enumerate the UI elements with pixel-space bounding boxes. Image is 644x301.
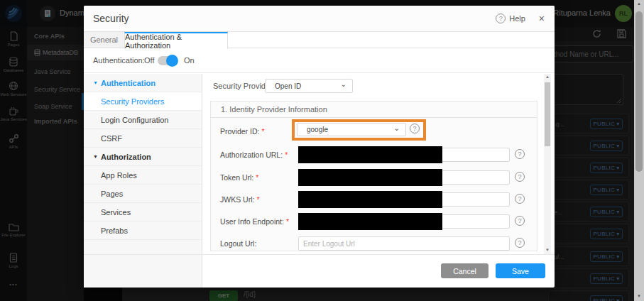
help-icon[interactable]: ?: [515, 216, 525, 226]
provider-id-select[interactable]: google ⌄: [297, 123, 406, 136]
nav-item-prefabs[interactable]: Prefabs: [84, 221, 202, 240]
nav-header-authorization[interactable]: ▼ Authorization: [84, 148, 202, 166]
tab-authentication-authorization[interactable]: Authentication & Authorization: [124, 32, 228, 49]
redacted-value: [298, 213, 442, 230]
security-nav: ▼ Authentication Security Providers Logi…: [84, 74, 202, 288]
authentication-toggle[interactable]: [158, 56, 177, 65]
toggle-on-label: On: [184, 56, 195, 65]
section-title: 1. Identity Provider Information: [211, 102, 537, 118]
nav-item-app-roles[interactable]: App Roles: [84, 166, 202, 185]
dialog-scrollbar-thumb[interactable]: [545, 82, 550, 146]
scroll-up-icon[interactable]: ▲: [634, 1, 644, 6]
toggle-off-label: Off: [144, 56, 154, 65]
help-icon[interactable]: ?: [410, 124, 420, 133]
logout-url-input[interactable]: [298, 236, 510, 251]
help-link[interactable]: Help: [509, 14, 525, 23]
provider-id-label: Provider ID:*: [220, 127, 265, 136]
help-icon[interactable]: ?: [515, 194, 525, 204]
triangle-down-icon: ▼: [93, 154, 98, 159]
nav-item-pages[interactable]: Pages: [84, 185, 202, 203]
nav-item-services[interactable]: Services: [84, 203, 202, 221]
redacted-value: [298, 169, 442, 186]
footer-divider: [84, 254, 555, 255]
dialog-title: Security: [93, 13, 129, 24]
authorization-url-label: Authorization URL:*: [220, 150, 288, 159]
nav-item-security-providers[interactable]: Security Providers: [84, 92, 202, 111]
required-asterisk: *: [261, 127, 264, 136]
cancel-button[interactable]: Cancel: [441, 263, 489, 278]
window-scrollbar[interactable]: ▲ ▼: [634, 0, 644, 301]
tab-general[interactable]: General: [84, 32, 124, 48]
dialog-scrollbar[interactable]: ▲ ▼: [544, 74, 551, 254]
chevron-down-icon: ⌄: [394, 124, 400, 132]
help-icon[interactable]: ?: [496, 13, 506, 23]
scroll-up-icon[interactable]: ▲: [544, 75, 551, 79]
help-icon[interactable]: ?: [515, 149, 525, 159]
nav-header-authentication[interactable]: ▼ Authentication: [84, 74, 202, 92]
help-icon[interactable]: ?: [515, 238, 525, 248]
window-scrollbar-thumb[interactable]: [635, 11, 643, 172]
authentication-toggle-row: Authentication: Off On: [84, 48, 555, 73]
nav-item-csrf[interactable]: CSRF: [84, 129, 202, 148]
redacted-value: [298, 191, 442, 208]
nav-item-login-configuration[interactable]: Login Configuration: [84, 111, 202, 129]
triangle-down-icon: ▼: [93, 80, 98, 85]
dialog-header: Security ? Help ×: [84, 6, 555, 32]
security-provider-select[interactable]: Open ID ⌄: [265, 79, 353, 93]
security-dialog: Security ? Help × General Authentication…: [84, 6, 555, 288]
authentication-label: Authentication:: [93, 56, 145, 65]
chevron-down-icon: ⌄: [341, 80, 346, 88]
help-icon[interactable]: ?: [515, 172, 525, 182]
dialog-tabs: General Authentication & Authorization: [84, 32, 555, 48]
redacted-value: [298, 146, 442, 163]
logout-url-label: Logout Url:: [220, 239, 256, 248]
close-icon[interactable]: ×: [539, 13, 545, 24]
save-button[interactable]: Save: [496, 263, 545, 278]
token-url-label: Token Url:*: [220, 173, 258, 182]
jwks-url-label: JWKS Url:*: [220, 195, 260, 204]
scroll-down-icon[interactable]: ▼: [634, 294, 644, 298]
user-info-endpoint-label: User Info Endpoint:*: [220, 217, 289, 226]
scroll-down-icon[interactable]: ▼: [544, 248, 551, 252]
toggle-knob: [166, 55, 178, 67]
